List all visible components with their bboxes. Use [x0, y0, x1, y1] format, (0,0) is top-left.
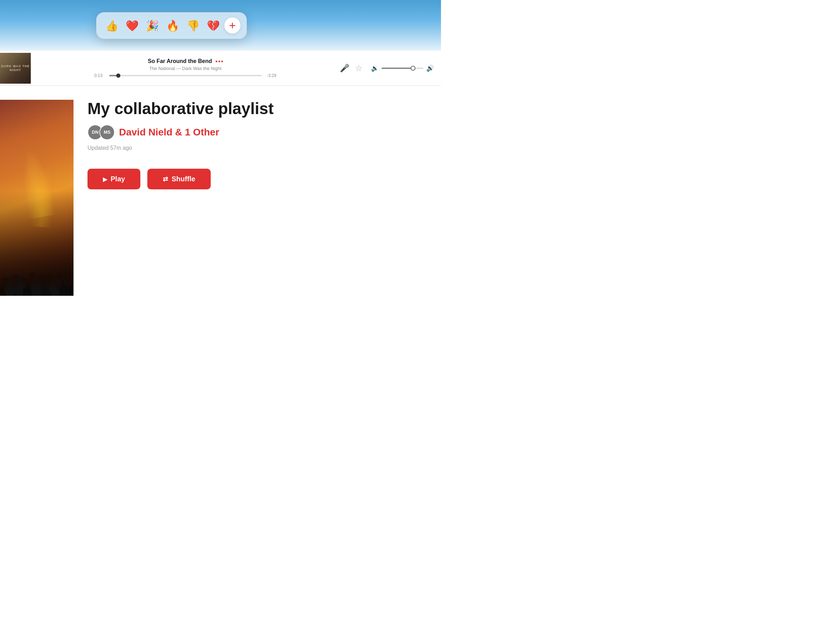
avatar-ms: MS: [99, 125, 115, 140]
track-info: So Far Around the Bend: [148, 58, 223, 65]
playlist-cover-image: [0, 100, 74, 296]
emoji-popup: 👍 ❤️ 🎉 🔥 👎 💔: [96, 12, 247, 39]
playlist-title: My collaborative playlist: [87, 100, 274, 118]
dot-2: [218, 60, 220, 62]
svg-point-20: [55, 276, 63, 289]
dot-3: [221, 60, 223, 62]
collaborator-name[interactable]: David Nield & 1 Other: [119, 127, 219, 138]
track-title: So Far Around the Bend: [148, 58, 212, 65]
play-label: Play: [111, 175, 125, 183]
progress-bar[interactable]: [109, 75, 262, 76]
album-art-text: DARK WAS THE NIGHT: [0, 65, 31, 72]
volume-thumb: [411, 66, 415, 71]
progress-row: 0:13 -3:29: [95, 73, 276, 78]
progress-thumb: [116, 74, 120, 78]
remaining-time: -3:29: [265, 73, 276, 78]
party-emoji-button[interactable]: 🎉: [143, 16, 161, 35]
now-playing-actions: 🎤 ☆: [340, 63, 371, 73]
track-subtitle: The National — Dark Was the Night: [149, 66, 221, 71]
play-button[interactable]: Play: [87, 169, 141, 189]
main-content: My collaborative playlist DN MS David Ni…: [0, 86, 441, 296]
play-icon: [103, 175, 107, 183]
volume-high-icon: 🔊: [426, 65, 434, 72]
volume-low-icon: 🔉: [371, 65, 379, 72]
favorite-star-icon[interactable]: ☆: [355, 63, 363, 73]
action-buttons: Play Shuffle: [87, 169, 274, 189]
svg-point-18: [37, 275, 46, 288]
thumbs-down-emoji-button[interactable]: 👎: [184, 16, 202, 35]
shuffle-label: Shuffle: [172, 175, 195, 183]
shuffle-button[interactable]: Shuffle: [147, 169, 211, 189]
heart-emoji-button[interactable]: ❤️: [123, 16, 141, 35]
thumbs-up-emoji-button[interactable]: 👍: [103, 16, 121, 35]
lyrics-icon[interactable]: 🎤: [340, 64, 349, 73]
svg-point-16: [20, 276, 28, 288]
avatar-group: DN MS: [87, 125, 115, 140]
dot-1: [216, 60, 217, 62]
volume-fill: [382, 68, 413, 69]
now-playing-center: So Far Around the Bend The National — Da…: [31, 58, 340, 78]
broken-heart-emoji-button[interactable]: 💔: [204, 16, 222, 35]
volume-control: 🔉 🔊: [371, 65, 441, 72]
svg-point-14: [1, 277, 9, 290]
svg-point-17: [27, 272, 37, 288]
collaborators-row: DN MS David Nield & 1 Other: [87, 125, 274, 140]
svg-point-15: [10, 274, 19, 288]
more-options-dots[interactable]: [216, 60, 223, 62]
top-bar: 👍 ❤️ 🎉 🔥 👎 💔: [0, 0, 441, 51]
svg-point-19: [46, 274, 55, 288]
updated-text: Updated 57m ago: [87, 145, 274, 151]
current-time: 0:13: [95, 73, 106, 78]
playlist-info: My collaborative playlist DN MS David Ni…: [74, 100, 288, 296]
fire-emoji-button[interactable]: 🔥: [163, 16, 182, 35]
shuffle-icon: [163, 175, 168, 183]
album-art[interactable]: DARK WAS THE NIGHT: [0, 53, 31, 84]
add-emoji-button[interactable]: [224, 17, 240, 33]
volume-slider[interactable]: [382, 68, 423, 69]
now-playing-bar: DARK WAS THE NIGHT So Far Around the Ben…: [0, 51, 441, 86]
svg-point-21: [65, 275, 72, 287]
